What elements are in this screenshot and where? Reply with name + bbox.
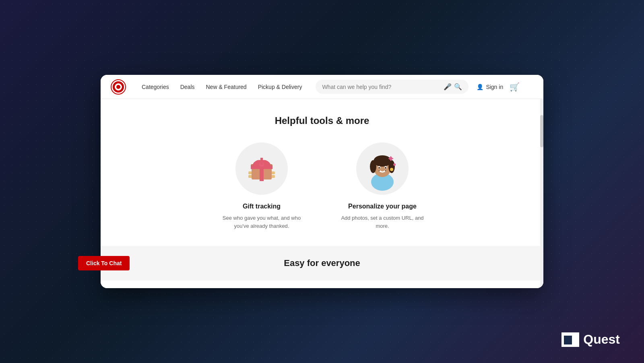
svg-point-32 bbox=[393, 163, 396, 166]
svg-point-33 bbox=[390, 168, 393, 171]
gift-tracking-name: Gift tracking bbox=[243, 203, 281, 210]
nav-links: Categories Deals New & Featured Pickup &… bbox=[136, 80, 308, 93]
quest-text-label: Quest bbox=[583, 332, 620, 347]
quest-logo: Quest bbox=[561, 332, 620, 347]
quest-logo-icon bbox=[561, 332, 579, 347]
browser-window: Categories Deals New & Featured Pickup &… bbox=[101, 75, 543, 288]
svg-rect-36 bbox=[561, 332, 579, 336]
svg-point-23 bbox=[388, 160, 395, 173]
personalize-name: Personalize your page bbox=[348, 203, 417, 210]
sign-in-label: Sign in bbox=[486, 84, 503, 90]
svg-point-3 bbox=[116, 85, 120, 89]
search-icons: 🎤 🔍 bbox=[444, 83, 462, 91]
search-magnifier-icon[interactable]: 🔍 bbox=[454, 83, 462, 91]
svg-rect-38 bbox=[572, 344, 579, 347]
mic-icon[interactable]: 🎤 bbox=[444, 83, 452, 91]
nav-new-featured[interactable]: New & Featured bbox=[200, 80, 252, 93]
gift-tracking-icon-circle bbox=[235, 142, 288, 195]
user-icon: 👤 bbox=[477, 84, 483, 90]
svg-rect-37 bbox=[564, 336, 572, 344]
search-input[interactable] bbox=[322, 84, 440, 90]
click-to-chat-button[interactable]: Click To Chat bbox=[78, 256, 130, 270]
nav-pickup-delivery[interactable]: Pickup & Delivery bbox=[252, 80, 308, 93]
nav-categories[interactable]: Categories bbox=[136, 80, 175, 93]
helpful-tools-title: Helpful tools & more bbox=[125, 115, 519, 126]
gift-tracking-card: Gift tracking See who gave you what, and… bbox=[217, 142, 306, 230]
personalize-icon-circle bbox=[356, 142, 409, 195]
personalize-card: Personalize your page Add photos, set a … bbox=[338, 142, 427, 230]
personalize-illustration bbox=[360, 146, 405, 191]
cart-icon[interactable]: 🛒 bbox=[510, 82, 520, 92]
helpful-tools-section: Helpful tools & more bbox=[101, 99, 543, 246]
svg-point-24 bbox=[370, 160, 376, 173]
tools-grid: Gift tracking See who gave you what, and… bbox=[125, 142, 519, 230]
svg-point-28 bbox=[385, 167, 386, 169]
target-logo[interactable] bbox=[110, 79, 126, 95]
nav-deals[interactable]: Deals bbox=[175, 80, 200, 93]
scrollbar-track[interactable] bbox=[540, 99, 543, 288]
svg-rect-17 bbox=[260, 158, 263, 165]
scrollbar-thumb[interactable] bbox=[540, 115, 543, 147]
nav-actions: 👤 Sign in 🛒 bbox=[477, 82, 520, 92]
navbar: Categories Deals New & Featured Pickup &… bbox=[101, 75, 543, 99]
svg-point-27 bbox=[378, 167, 380, 169]
search-bar: 🎤 🔍 bbox=[316, 80, 469, 94]
sign-in-button[interactable]: 👤 Sign in bbox=[477, 84, 503, 90]
gift-tracking-illustration bbox=[239, 146, 284, 191]
personalize-desc: Add photos, set a custom URL, and more. bbox=[338, 214, 427, 230]
easy-title: Easy for everyone bbox=[125, 258, 519, 268]
easy-section: Easy for everyone bbox=[101, 246, 543, 280]
gift-tracking-desc: See who gave you what, and who you've al… bbox=[217, 214, 306, 230]
main-content: Helpful tools & more bbox=[101, 99, 543, 288]
